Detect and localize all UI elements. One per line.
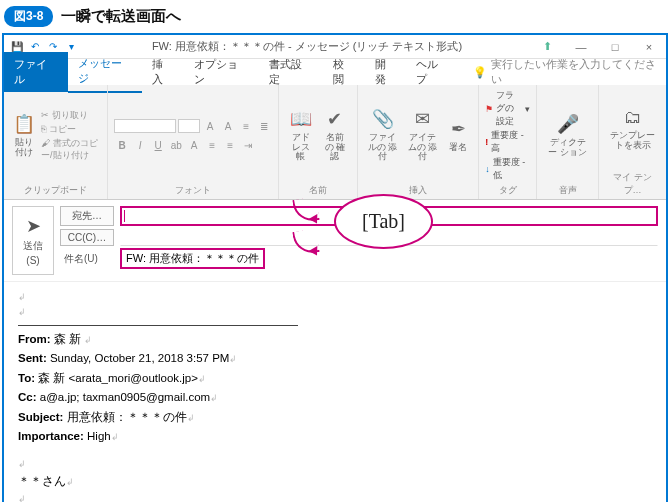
- importance-low-button[interactable]: ↓ 重要度 - 低: [485, 156, 530, 182]
- attach-file-button[interactable]: 📎ファイルの 添付: [364, 107, 401, 165]
- flag-icon: ⚑: [485, 104, 493, 114]
- indent-icon[interactable]: ⇥: [240, 137, 256, 153]
- view-templates-button[interactable]: 🗂テンプレー トを表示: [605, 105, 660, 153]
- group-tags: ⚑ フラグの設定 ▾ ! 重要度 - 高 ↓ 重要度 - 低 タグ: [479, 85, 537, 199]
- subject-field[interactable]: FW: 用意依頼：＊＊＊の件: [120, 248, 265, 269]
- figure-title: 一瞬で転送画面へ: [61, 7, 181, 26]
- align-center-icon[interactable]: ≡: [222, 137, 238, 153]
- address-book-button[interactable]: 📖アドレス帳: [285, 107, 316, 165]
- to-button[interactable]: 宛先…: [60, 206, 114, 226]
- outlook-compose-window: 💾 ↶ ↷ ▾ FW: 用意依頼：＊＊＊の件 - メッセージ (リッチ テキスト…: [2, 33, 668, 502]
- ribbon-tabs: ファイル メッセージ 挿入 オプション 書式設定 校閲 開発 ヘルプ 💡 実行し…: [4, 59, 666, 85]
- follow-up-flag-button[interactable]: ⚑ フラグの設定 ▾: [485, 89, 530, 128]
- group-clipboard: 📋 貼り付け ✂ 切り取り ⎘ コピー 🖌 書式のコピー/貼り付け クリップボー…: [4, 85, 108, 199]
- grow-font-icon[interactable]: A: [202, 118, 218, 134]
- tell-me-placeholder: 実行したい作業を入力してください: [491, 57, 666, 87]
- italic-icon[interactable]: I: [132, 137, 148, 153]
- templates-icon: 🗂: [622, 107, 644, 129]
- address-book-icon: 📖: [290, 109, 312, 131]
- paperclip-icon: 📎: [372, 109, 394, 131]
- attach-item-button[interactable]: ✉アイテムの 添付: [404, 107, 441, 165]
- align-left-icon[interactable]: ≡: [204, 137, 220, 153]
- signature-icon: ✒: [447, 119, 469, 141]
- dictate-button[interactable]: 🎤ディクテー ション: [543, 112, 592, 160]
- text-cursor: [124, 210, 125, 222]
- importance-high-icon: !: [485, 137, 488, 147]
- check-names-button[interactable]: ✔名前の 確認: [319, 107, 351, 165]
- cc-button[interactable]: CC(C)…: [60, 229, 114, 246]
- shrink-font-icon[interactable]: A: [220, 118, 236, 134]
- group-insert: 📎ファイルの 添付 ✉アイテムの 添付 ✒署名 挿入: [358, 85, 479, 199]
- bulb-icon: 💡: [473, 66, 487, 79]
- font-family-select[interactable]: [114, 119, 176, 133]
- subject-label: 件名(U): [60, 252, 114, 266]
- group-label-clipboard: クリップボード: [10, 182, 101, 197]
- group-label-templates: マイ テンプ…: [605, 169, 660, 197]
- paste-button[interactable]: 📋 貼り付け: [10, 112, 38, 160]
- numbering-icon[interactable]: ≣: [256, 118, 272, 134]
- ribbon-options-icon[interactable]: ⬆: [530, 35, 564, 59]
- group-font: A A ≡ ≣ B I U ab A ≡ ≡ ⇥: [108, 85, 279, 199]
- mic-icon: 🎤: [557, 114, 579, 136]
- underline-icon[interactable]: U: [150, 137, 166, 153]
- group-label-font: フォント: [114, 182, 272, 197]
- tell-me-search[interactable]: 💡 実行したい作業を入力してください: [459, 57, 666, 87]
- figure-badge: 図3-8: [4, 6, 53, 27]
- format-painter-button[interactable]: 🖌 書式のコピー/貼り付け: [41, 137, 101, 162]
- forward-separator: [18, 325, 298, 326]
- compose-header: ➤ 送信 (S) 宛先… CC(C)… 件名(U) FW: 用意依頼：＊＊＊の件: [4, 200, 666, 281]
- font-color-icon[interactable]: A: [186, 137, 202, 153]
- importance-low-icon: ↓: [485, 164, 490, 174]
- group-label-voice: 音声: [543, 182, 592, 197]
- cut-button[interactable]: ✂ 切り取り: [41, 109, 101, 122]
- minimize-button[interactable]: —: [564, 35, 598, 59]
- attach-item-icon: ✉: [412, 109, 434, 131]
- close-button[interactable]: ×: [632, 35, 666, 59]
- highlight-icon[interactable]: ab: [168, 137, 184, 153]
- group-names: 📖アドレス帳 ✔名前の 確認 名前: [279, 85, 358, 199]
- ribbon: 📋 貼り付け ✂ 切り取り ⎘ コピー 🖌 書式のコピー/貼り付け クリップボー…: [4, 85, 666, 200]
- annotation-text: [Tab]: [334, 194, 433, 249]
- bold-icon[interactable]: B: [114, 137, 130, 153]
- group-voice: 🎤ディクテー ション 音声: [537, 85, 599, 199]
- send-icon: ➤: [26, 215, 41, 237]
- group-templates: 🗂テンプレー トを表示 マイ テンプ…: [599, 85, 666, 199]
- group-label-tags: タグ: [485, 182, 530, 197]
- message-body[interactable]: ↲ ↲ From: 森 新 ↲ Sent: Sunday, October 21…: [4, 281, 666, 502]
- check-names-icon: ✔: [324, 109, 346, 131]
- font-size-select[interactable]: [178, 119, 200, 133]
- annotation-balloon: [Tab]: [334, 194, 433, 249]
- send-button[interactable]: ➤ 送信 (S): [12, 206, 54, 275]
- maximize-button[interactable]: □: [598, 35, 632, 59]
- bullets-icon[interactable]: ≡: [238, 118, 254, 134]
- paste-icon: 📋: [13, 114, 35, 136]
- importance-high-button[interactable]: ! 重要度 - 高: [485, 129, 530, 155]
- signature-button[interactable]: ✒署名: [444, 117, 472, 155]
- copy-button[interactable]: ⎘ コピー: [41, 123, 101, 136]
